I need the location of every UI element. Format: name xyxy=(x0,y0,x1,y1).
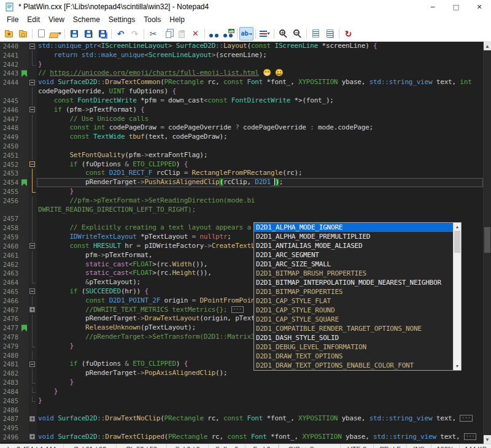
code-line-wrap[interactable]: DWRITE_READING_DIRECTION_LEFT_TO_RIGHT); xyxy=(0,206,483,215)
line-number[interactable]: 2447 xyxy=(0,115,21,124)
fold-margin[interactable] xyxy=(28,206,37,215)
fold-margin[interactable] xyxy=(28,260,37,269)
autocomplete-item[interactable]: D2D1_ALPHA_MODE_IGNORE xyxy=(254,223,453,232)
code-line-2444[interactable]: 2444void SurfaceD2D::DrawTextCommon(PRec… xyxy=(0,78,483,87)
close-button[interactable]: ✕ xyxy=(468,0,491,14)
line-number[interactable]: 2460 xyxy=(0,242,21,251)
fold-margin[interactable] xyxy=(28,342,37,351)
fold-margin[interactable] xyxy=(28,433,37,442)
exit-button[interactable]: ↻ xyxy=(341,27,355,41)
fold-margin[interactable] xyxy=(28,314,37,323)
line-number[interactable] xyxy=(0,87,21,96)
fold-margin[interactable] xyxy=(28,160,37,169)
editor-scrollbar[interactable]: ▲ ▼ xyxy=(483,42,491,444)
line-number[interactable]: 2464 xyxy=(0,278,21,287)
code-line-2452[interactable]: 2452 if (fuOptions & ETO_CLIPPED) { xyxy=(0,160,483,169)
bookmark-margin[interactable] xyxy=(21,378,28,387)
undo-button[interactable]: ↶ xyxy=(114,27,128,41)
fold-margin[interactable] xyxy=(28,223,37,233)
code-text[interactable]: } xyxy=(37,387,483,396)
customize-scheme-button[interactable] xyxy=(323,27,337,41)
bookmark-margin[interactable] xyxy=(21,214,28,223)
fold-margin[interactable] xyxy=(28,278,37,287)
bookmark-margin[interactable] xyxy=(21,242,28,251)
scroll-track[interactable] xyxy=(484,50,491,435)
fold-margin[interactable] xyxy=(28,78,37,87)
bookmark-margin[interactable] xyxy=(21,51,28,60)
menu-file[interactable]: File xyxy=(2,14,23,25)
fold-open-icon[interactable] xyxy=(29,243,35,249)
popup-scroll-track[interactable] xyxy=(454,231,461,362)
bookmark-margin[interactable] xyxy=(21,115,28,124)
fold-margin[interactable] xyxy=(28,323,37,333)
autocomplete-item[interactable]: D2D1_DEBUG_LEVEL_INFORMATION xyxy=(254,342,453,352)
bookmark-margin[interactable] xyxy=(21,106,28,115)
bookmark-margin[interactable] xyxy=(21,87,28,96)
fold-margin[interactable] xyxy=(28,51,37,60)
minimize-button[interactable]: ─ xyxy=(421,0,444,14)
autocomplete-item[interactable]: D2D1_ANTIALIAS_MODE_ALIASED xyxy=(254,241,453,250)
line-number[interactable]: 2444 xyxy=(0,78,21,87)
fold-collapsed-icon[interactable] xyxy=(29,434,35,439)
cut-button[interactable]: ✂ xyxy=(146,27,160,41)
line-number[interactable]: 2485 xyxy=(0,396,21,406)
bookmark-margin[interactable] xyxy=(21,178,28,187)
autocomplete-item[interactable]: D2D1_ARC_SIZE_SMALL xyxy=(254,260,453,269)
code-text[interactable]: pRenderTarget->PushAxisAlignedClip(rcCli… xyxy=(37,178,483,187)
fold-margin[interactable] xyxy=(28,169,37,178)
fold-margin[interactable] xyxy=(28,287,37,296)
bookmark-margin[interactable] xyxy=(21,196,28,206)
line-number[interactable]: 2479 xyxy=(0,342,21,351)
bookmark-margin[interactable] xyxy=(21,96,28,106)
code-line-2453[interactable]: 2453 const D2D1_RECT_F rcClip = Rectangl… xyxy=(0,169,483,178)
fold-margin[interactable] xyxy=(28,123,37,133)
line-number[interactable]: 2480 xyxy=(0,351,21,360)
bookmark-icon[interactable] xyxy=(21,179,27,186)
code-text[interactable]: } xyxy=(37,396,483,406)
code-line-2442[interactable]: 2442} xyxy=(0,60,483,69)
code-text[interactable]: } xyxy=(37,60,483,69)
bookmark-margin[interactable] xyxy=(21,360,28,369)
code-text[interactable]: if (fuOptions & ETO_CLIPPED) { xyxy=(37,160,483,169)
line-number[interactable]: 2446 xyxy=(0,106,21,115)
bookmark-margin[interactable] xyxy=(21,151,28,160)
bookmark-margin[interactable] xyxy=(21,133,28,142)
code-line-2487[interactable]: 2487void SurfaceD2D::DrawTextNoClip(PRec… xyxy=(0,414,483,423)
autocomplete-item[interactable]: D2D1_DRAW_TEXT_OPTIONS xyxy=(254,352,453,361)
save-file-as-button[interactable] xyxy=(81,27,95,41)
status-selected-lines[interactable]: SelLn 0 xyxy=(209,444,246,448)
autocomplete-item[interactable]: D2D1_BITMAP_PROPERTIES xyxy=(254,287,453,296)
save-all-button[interactable] xyxy=(95,27,109,41)
code-text[interactable]: void SurfaceD2D::DrawTextCommon(PRectang… xyxy=(37,78,483,87)
bookmark-margin[interactable] xyxy=(21,396,28,406)
line-number[interactable]: 2483 xyxy=(0,378,21,387)
fold-margin[interactable] xyxy=(28,96,37,106)
fold-margin[interactable] xyxy=(28,378,37,387)
code-text[interactable]: std::unique_ptr<IScreenLineLayout> Surfa… xyxy=(37,42,483,51)
outline-levels-button[interactable]: ▾ xyxy=(258,27,272,41)
fold-margin[interactable] xyxy=(28,214,37,223)
code-line-2495[interactable]: 2495 xyxy=(0,423,483,433)
status-doc-size[interactable]: 144 KB xyxy=(460,444,491,448)
bookmark-margin[interactable] xyxy=(21,69,28,78)
fold-margin[interactable] xyxy=(28,306,37,315)
status-selection[interactable]: Sel 0 / 0 xyxy=(167,444,209,448)
autocomplete-item[interactable]: D2D1_DRAW_TEXT_OPTIONS_ENABLE_COLOR_FONT xyxy=(254,361,453,370)
line-number[interactable]: 2467 xyxy=(0,306,21,315)
delete-button[interactable]: ✕ xyxy=(188,27,203,41)
status-column[interactable]: Col 61 / 62 xyxy=(64,444,117,448)
status-found-count[interactable]: Fnd 0 xyxy=(246,444,279,448)
open-file-button[interactable]: ▾ xyxy=(48,27,63,41)
line-number[interactable]: 2450 xyxy=(0,142,21,151)
code-text[interactable]: const D2D1_RECT_F rcClip = RectangleFrom… xyxy=(37,169,483,178)
new-file-button[interactable] xyxy=(34,27,48,41)
code-text[interactable]: void SurfaceD2D::DrawTextNoClip(PRectang… xyxy=(37,414,483,423)
code-line-2447[interactable]: 2447 // Use Unicode calls xyxy=(0,115,483,124)
line-number[interactable]: 2495 xyxy=(0,423,21,433)
bookmark-margin[interactable] xyxy=(21,223,28,233)
fold-margin[interactable] xyxy=(28,251,37,260)
fold-margin[interactable] xyxy=(28,115,37,124)
line-number[interactable]: 2466 xyxy=(0,296,21,306)
word-wrap-button[interactable]: ab→ xyxy=(239,27,253,41)
line-number[interactable] xyxy=(0,206,21,215)
